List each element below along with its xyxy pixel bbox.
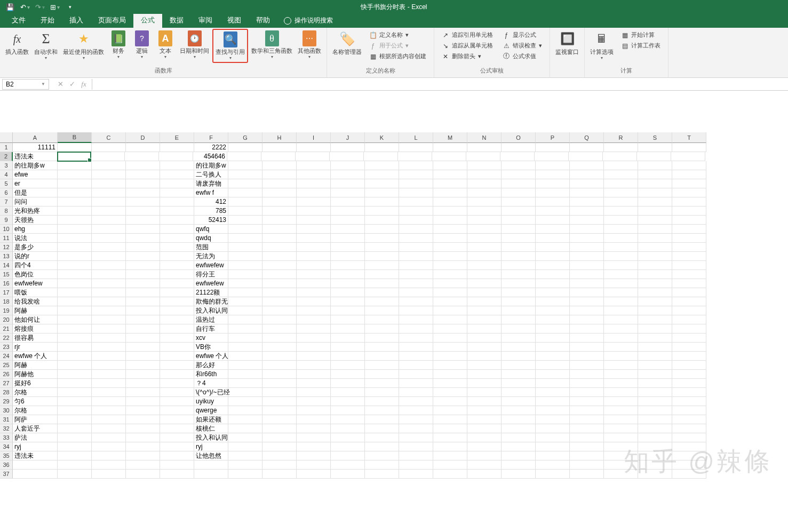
cell-P23[interactable] (536, 343, 570, 352)
cell-N11[interactable] (467, 234, 502, 243)
cell-D34[interactable] (126, 442, 160, 451)
cell-S29[interactable] (638, 397, 672, 406)
text-button[interactable]: A 文本 ▾ (154, 29, 177, 61)
cell-T17[interactable] (672, 288, 706, 297)
column-header-O[interactable]: O (502, 132, 536, 143)
cell-F7[interactable]: 412 (194, 197, 228, 207)
cell-T4[interactable] (672, 170, 706, 179)
cell-H15[interactable] (262, 270, 297, 279)
cell-A17[interactable]: 喂饭 (13, 288, 58, 297)
cell-F4[interactable]: 二号换人 (194, 170, 228, 179)
column-header-H[interactable]: H (262, 132, 297, 143)
cell-O7[interactable] (502, 197, 536, 207)
cell-T18[interactable] (672, 297, 706, 306)
cell-N12[interactable] (467, 243, 502, 252)
row-header-32[interactable]: 32 (0, 424, 13, 433)
row-header-20[interactable]: 20 (0, 315, 13, 324)
cell-B12[interactable] (58, 243, 92, 252)
cell-L29[interactable] (399, 397, 433, 406)
cell-O23[interactable] (502, 343, 536, 352)
cell-E29[interactable] (160, 397, 194, 406)
cell-G21[interactable] (228, 324, 262, 334)
cell-I28[interactable] (297, 388, 331, 397)
cell-N32[interactable] (467, 424, 502, 433)
cell-L17[interactable] (399, 288, 433, 297)
cell-O14[interactable] (502, 261, 536, 270)
cell-S10[interactable] (638, 225, 672, 234)
cell-P36[interactable] (536, 460, 570, 470)
cell-E20[interactable] (160, 315, 194, 324)
cell-G37[interactable] (228, 470, 262, 479)
cell-G3[interactable] (228, 161, 262, 170)
cell-K28[interactable] (365, 388, 399, 397)
cell-K10[interactable] (365, 225, 399, 234)
cell-K15[interactable] (365, 270, 399, 279)
cell-A7[interactable]: 问问 (13, 197, 58, 207)
row-header-1[interactable]: 1 (0, 143, 13, 152)
row-header-19[interactable]: 19 (0, 306, 13, 315)
cell-C2[interactable] (91, 152, 125, 161)
cell-A1[interactable]: 11111 (13, 143, 58, 152)
cell-N18[interactable] (467, 297, 502, 306)
cell-T11[interactable] (672, 234, 706, 243)
autosum-button[interactable]: Σ 自动求和 ▾ (32, 29, 60, 62)
row-header-5[interactable]: 5 (0, 179, 13, 188)
cell-O10[interactable] (502, 225, 536, 234)
cell-D25[interactable] (126, 361, 160, 370)
cell-G35[interactable] (228, 451, 262, 460)
cell-C37[interactable] (92, 470, 126, 479)
cell-B10[interactable] (58, 225, 92, 234)
cell-N16[interactable] (467, 279, 502, 288)
cell-O31[interactable] (502, 415, 536, 424)
cell-M25[interactable] (433, 361, 467, 370)
cell-L16[interactable] (399, 279, 433, 288)
cell-G2[interactable] (227, 152, 261, 161)
cell-E14[interactable] (160, 261, 194, 270)
cell-H28[interactable] (262, 388, 297, 397)
cell-C32[interactable] (92, 424, 126, 433)
cell-S8[interactable] (638, 207, 672, 216)
column-header-A[interactable]: A (13, 132, 58, 143)
row-header-16[interactable]: 16 (0, 279, 13, 288)
cell-E35[interactable] (160, 451, 194, 460)
cell-S33[interactable] (638, 433, 672, 442)
tab-data[interactable]: 数据 (162, 13, 191, 28)
cell-Q37[interactable] (570, 470, 604, 479)
cell-P22[interactable] (536, 334, 570, 343)
cell-M32[interactable] (433, 424, 467, 433)
cell-T19[interactable] (672, 306, 706, 315)
cell-O30[interactable] (502, 406, 536, 415)
cell-H34[interactable] (262, 442, 297, 451)
cell-S16[interactable] (638, 279, 672, 288)
cell-K25[interactable] (365, 361, 399, 370)
cell-R28[interactable] (604, 388, 638, 397)
cell-S36[interactable] (638, 460, 672, 470)
cell-T21[interactable] (672, 324, 706, 334)
cell-G5[interactable] (228, 179, 262, 188)
datetime-button[interactable]: 🕐 日期和时间 ▾ (178, 29, 211, 61)
cell-D31[interactable] (126, 415, 160, 424)
cell-D10[interactable] (126, 225, 160, 234)
cell-L3[interactable] (399, 161, 433, 170)
cell-K11[interactable] (365, 234, 399, 243)
cell-Q5[interactable] (570, 179, 604, 188)
cell-C23[interactable] (92, 343, 126, 352)
cell-I27[interactable] (297, 379, 331, 388)
cell-J1[interactable] (331, 143, 365, 152)
cell-Q10[interactable] (570, 225, 604, 234)
cell-D4[interactable] (126, 170, 160, 179)
cell-C31[interactable] (92, 415, 126, 424)
cell-E7[interactable] (160, 197, 194, 207)
cell-E10[interactable] (160, 225, 194, 234)
cell-G31[interactable] (228, 415, 262, 424)
cell-N23[interactable] (467, 343, 502, 352)
cell-T29[interactable] (672, 397, 706, 406)
cell-D33[interactable] (126, 433, 160, 442)
cell-Q18[interactable] (570, 297, 604, 306)
cell-L22[interactable] (399, 334, 433, 343)
cell-L21[interactable] (399, 324, 433, 334)
cell-I16[interactable] (297, 279, 331, 288)
cell-S17[interactable] (638, 288, 672, 297)
cell-B17[interactable] (58, 288, 92, 297)
cell-K22[interactable] (365, 334, 399, 343)
